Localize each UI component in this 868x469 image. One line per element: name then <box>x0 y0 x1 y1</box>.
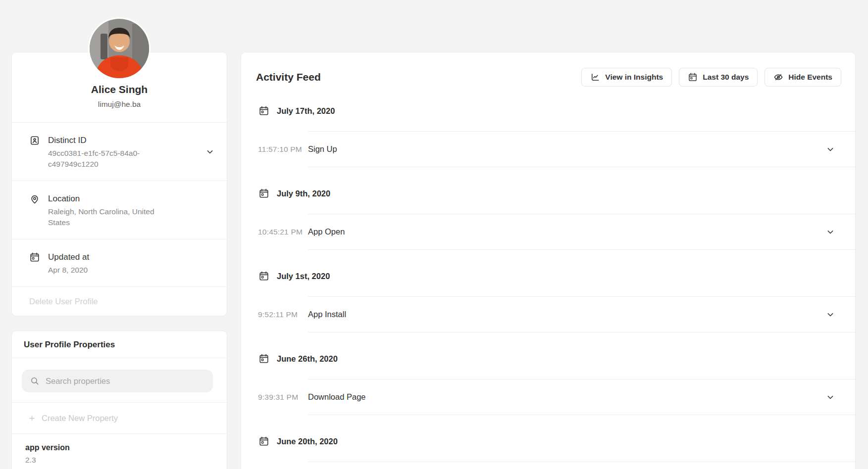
field-label: Location <box>48 193 169 205</box>
event-time: 11:57:10 PM <box>258 145 308 154</box>
field-text: Location Raleigh, North Carolina, United… <box>48 193 169 228</box>
calendar-icon <box>258 105 269 116</box>
event-time: 9:52:11 PM <box>258 310 308 319</box>
page: Alice Singh limuj@he.ba Distinct ID 49cc… <box>0 0 868 469</box>
divider <box>308 249 855 250</box>
divider <box>308 332 855 332</box>
event-row[interactable]: 10:45:21 PM App Open <box>241 214 855 249</box>
date-header: July 9th, 2020 <box>241 188 855 199</box>
event-name: App Open <box>308 227 825 236</box>
chevron-down-icon[interactable] <box>825 392 835 402</box>
feed-groups: July 17th, 2020 11:57:10 PM Sign Up July… <box>241 105 855 462</box>
field-distinct-id: Distinct ID 49cc0381-e1fc-57c5-84a0-c497… <box>12 123 227 181</box>
event-time: 10:45:21 PM <box>258 228 308 236</box>
button-label: Last 30 days <box>703 73 749 82</box>
field-value: 49cc0381-e1fc-57c5-84a0-c497949c1220 <box>48 148 169 170</box>
create-new-property-button[interactable]: Create New Property <box>12 403 227 433</box>
event-name: App Install <box>308 310 825 319</box>
date-header: July 17th, 2020 <box>241 105 855 116</box>
avatar <box>90 19 149 78</box>
feed-group: July 1st, 2020 9:52:11 PM App Install <box>241 271 855 332</box>
hide-events-button[interactable]: Hide Events <box>765 68 841 87</box>
event-row[interactable]: 9:52:11 PM App Install <box>241 297 855 332</box>
divider <box>308 462 855 462</box>
calendar-icon <box>258 436 269 447</box>
field-value: Apr 8, 2020 <box>48 265 89 276</box>
properties-title: User Profile Properties <box>12 331 227 358</box>
calendar-icon <box>29 252 40 263</box>
event-name: Sign Up <box>308 144 825 154</box>
date-label: July 1st, 2020 <box>277 272 330 281</box>
chevron-down-icon[interactable] <box>825 144 835 154</box>
field-label: Distinct ID <box>48 135 169 146</box>
feed-group: June 26th, 2020 9:39:31 PM Download Page <box>241 353 855 415</box>
field-text: Distinct ID 49cc0381-e1fc-57c5-84a0-c497… <box>48 135 169 170</box>
feed-group: June 20th, 2020 <box>241 436 855 462</box>
avatar-image <box>90 19 149 78</box>
field-label: Updated at <box>48 251 89 263</box>
event-row[interactable]: 11:57:10 PM Sign Up <box>241 132 855 167</box>
event-row[interactable]: 9:39:31 PM Download Page <box>241 379 855 415</box>
button-label: View in Insights <box>605 73 663 82</box>
calendar-icon <box>258 271 269 281</box>
create-new-property-label: Create New Property <box>42 414 118 423</box>
search-area <box>12 358 227 402</box>
last-30-days-button[interactable]: Last 30 days <box>679 68 758 87</box>
feed-actions: View in Insights Last 30 days Hide Event… <box>581 68 841 87</box>
field-updated-at: Updated at Apr 8, 2020 <box>12 239 227 286</box>
divider <box>308 167 855 167</box>
delete-user-profile-button[interactable]: Delete User Profile <box>12 287 227 316</box>
chevron-down-icon[interactable] <box>205 147 215 157</box>
property-row: app version 2.3 <box>12 434 227 469</box>
profile-email: limuj@he.ba <box>22 99 217 109</box>
event-time: 9:39:31 PM <box>258 393 308 402</box>
feed-group: July 17th, 2020 11:57:10 PM Sign Up <box>241 105 855 167</box>
field-text: Updated at Apr 8, 2020 <box>48 251 89 276</box>
event-name: Download Page <box>308 392 825 402</box>
date-label: July 17th, 2020 <box>277 106 335 116</box>
location-pin-icon <box>29 193 40 204</box>
feed-group: July 9th, 2020 10:45:21 PM App Open <box>241 188 855 250</box>
date-header: July 1st, 2020 <box>241 271 855 281</box>
search-icon <box>30 376 40 386</box>
date-header: June 20th, 2020 <box>241 436 855 447</box>
activity-feed-header: Activity Feed View in Insights Last 30 d… <box>241 52 855 87</box>
calendar-icon <box>688 72 698 82</box>
chevron-down-icon[interactable] <box>825 310 835 320</box>
date-label: June 26th, 2020 <box>277 354 338 364</box>
insights-chart-icon <box>590 72 600 82</box>
id-badge-icon <box>29 135 40 146</box>
field-value: Raleigh, North Carolina, United States <box>48 206 169 228</box>
profile-name: Alice Singh <box>22 84 217 95</box>
search-properties-input[interactable] <box>46 376 205 386</box>
field-location: Location Raleigh, North Carolina, United… <box>12 181 227 239</box>
eye-off-icon <box>773 72 783 82</box>
date-label: June 20th, 2020 <box>277 437 338 446</box>
view-in-insights-button[interactable]: View in Insights <box>581 68 672 87</box>
search-pill <box>22 370 213 392</box>
sidebar: Alice Singh limuj@he.ba Distinct ID 49cc… <box>11 52 227 469</box>
plus-icon <box>28 414 36 422</box>
divider <box>308 415 855 415</box>
property-name: app version <box>25 442 215 453</box>
property-value: 2.3 <box>25 455 215 465</box>
button-label: Hide Events <box>788 73 832 82</box>
activity-feed-card: Activity Feed View in Insights Last 30 d… <box>241 52 856 469</box>
calendar-icon <box>258 188 269 199</box>
chevron-down-icon[interactable] <box>825 227 835 237</box>
calendar-icon <box>258 353 269 364</box>
date-header: June 26th, 2020 <box>241 353 855 364</box>
activity-feed-title: Activity Feed <box>256 67 321 87</box>
profile-card: Alice Singh limuj@he.ba Distinct ID 49cc… <box>11 52 227 316</box>
user-profile-properties-card: User Profile Properties Create New Prope… <box>11 330 227 469</box>
date-label: July 9th, 2020 <box>277 189 330 198</box>
